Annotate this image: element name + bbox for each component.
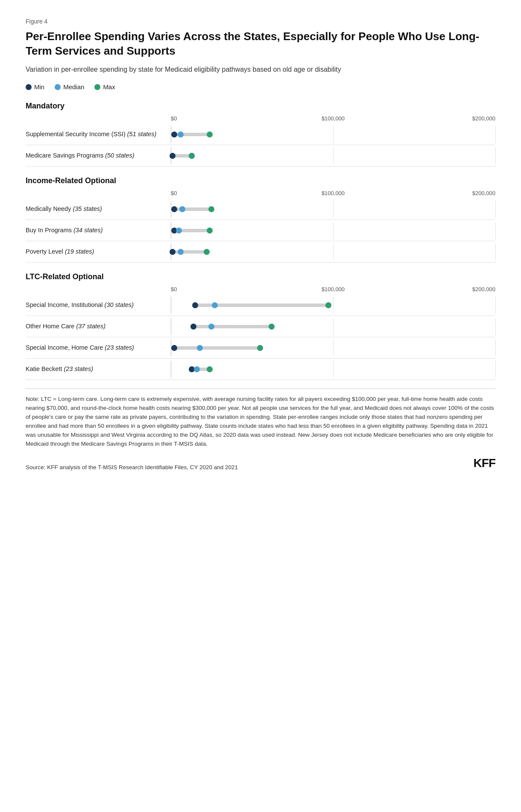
row-label: Medicare Savings Programs (50 states) bbox=[26, 152, 171, 160]
grid-line bbox=[333, 297, 334, 314]
figure-label: Figure 4 bbox=[26, 17, 495, 26]
max-dot bbox=[94, 84, 100, 90]
max-value-dot bbox=[207, 366, 213, 372]
axis-zero-line bbox=[171, 318, 171, 335]
chart-plot bbox=[171, 222, 495, 239]
min-value-dot bbox=[190, 324, 196, 330]
axis-label-1-0: $0 bbox=[171, 189, 177, 198]
min-value-dot bbox=[171, 345, 177, 351]
median-dot bbox=[55, 84, 61, 90]
note-text: Note: LTC = Long-term care. Long-term ca… bbox=[26, 395, 495, 449]
note-section: Note: LTC = Long-term care. Long-term ca… bbox=[26, 388, 495, 472]
source-row: Source: KFF analysis of the T-MSIS Resea… bbox=[26, 454, 495, 472]
chart-area-2: Special Income, Institutional (30 states… bbox=[26, 295, 495, 380]
axis-label-0-2: $200,000 bbox=[472, 114, 495, 123]
legend-median-label: Median bbox=[63, 82, 84, 92]
axis-row-0: $0$100,000$200,000 bbox=[26, 114, 495, 123]
table-row: Poverty Level (19 states) bbox=[26, 241, 495, 263]
table-row: Other Home Care (37 states) bbox=[26, 316, 495, 337]
max-value-dot bbox=[207, 228, 213, 234]
chart-plot bbox=[171, 243, 495, 260]
grid-line bbox=[333, 222, 334, 239]
table-row: Special Income, Institutional (30 states… bbox=[26, 295, 495, 316]
row-label: Katie Beckett (23 states) bbox=[26, 365, 171, 374]
legend-item-median: Median bbox=[55, 82, 84, 92]
section-title-1: Income-Related Optional bbox=[26, 175, 495, 187]
subtitle: Variation in per-enrollee spending by st… bbox=[26, 64, 495, 75]
row-label: Special Income, Home Care (23 states) bbox=[26, 344, 171, 352]
axis-label-1-1: $100,000 bbox=[322, 189, 345, 198]
table-row: Katie Beckett (23 states) bbox=[26, 359, 495, 380]
median-value-dot bbox=[208, 324, 214, 330]
chart-plot bbox=[171, 361, 495, 378]
grid-line bbox=[333, 126, 334, 143]
section-title-0: Mandatory bbox=[26, 100, 495, 112]
axis-zero-line bbox=[171, 297, 171, 314]
grid-line bbox=[495, 339, 496, 356]
legend: Min Median Max bbox=[26, 82, 495, 92]
table-row: Buy In Programs (34 states) bbox=[26, 220, 495, 241]
row-label: Medically Needy (35 states) bbox=[26, 205, 171, 213]
min-value-dot bbox=[192, 302, 198, 308]
axis-label-1-2: $200,000 bbox=[472, 189, 495, 198]
grid-line bbox=[333, 339, 334, 356]
source-text: Source: KFF analysis of the T-MSIS Resea… bbox=[26, 463, 238, 472]
max-value-dot bbox=[204, 249, 210, 255]
row-label: Buy In Programs (34 states) bbox=[26, 226, 171, 235]
grid-line bbox=[333, 361, 334, 378]
max-value-dot bbox=[269, 324, 275, 330]
axis-label-2-0: $0 bbox=[171, 285, 177, 294]
grid-line bbox=[495, 361, 496, 378]
grid-line bbox=[495, 126, 496, 143]
chart-plot bbox=[171, 126, 495, 143]
chart-area-1: Medically Needy (35 states)Buy In Progra… bbox=[26, 199, 495, 263]
row-label: Poverty Level (19 states) bbox=[26, 248, 171, 256]
chart-plot bbox=[171, 201, 495, 218]
legend-max-label: Max bbox=[103, 82, 115, 92]
axis-label-0-1: $100,000 bbox=[322, 114, 345, 123]
axis-label-2-2: $200,000 bbox=[472, 285, 495, 294]
median-value-dot bbox=[179, 206, 185, 212]
table-row: Medicare Savings Programs (50 states) bbox=[26, 145, 495, 166]
median-value-dot bbox=[178, 249, 184, 255]
range-track bbox=[193, 325, 271, 328]
min-dot bbox=[26, 84, 32, 90]
table-row: Special Income, Home Care (23 states) bbox=[26, 337, 495, 359]
chart-plot bbox=[171, 318, 495, 335]
min-value-dot bbox=[171, 131, 177, 137]
grid-line bbox=[333, 243, 334, 260]
main-title: Per-Enrollee Spending Varies Across the … bbox=[26, 29, 495, 58]
max-value-dot bbox=[208, 206, 214, 212]
charts-container: Mandatory$0$100,000$200,000Supplemental … bbox=[26, 100, 495, 380]
axis-label-2-1: $100,000 bbox=[322, 285, 345, 294]
grid-line bbox=[495, 201, 496, 218]
max-value-dot bbox=[189, 153, 195, 159]
min-value-dot bbox=[170, 249, 176, 255]
grid-line bbox=[495, 243, 496, 260]
median-value-dot bbox=[212, 302, 218, 308]
chart-area-0: Supplemental Security Income (SSI) (51 s… bbox=[26, 124, 495, 166]
axis-row-2: $0$100,000$200,000 bbox=[26, 285, 495, 294]
chart-plot bbox=[171, 297, 495, 314]
min-value-dot bbox=[170, 153, 176, 159]
grid-line bbox=[333, 147, 334, 164]
kff-logo: KFF bbox=[474, 454, 495, 472]
max-value-dot bbox=[325, 302, 331, 308]
axis-label-0-0: $0 bbox=[171, 114, 177, 123]
row-label: Other Home Care (37 states) bbox=[26, 322, 171, 331]
section-title-2: LTC-Related Optional bbox=[26, 271, 495, 283]
median-value-dot bbox=[197, 345, 203, 351]
median-value-dot bbox=[178, 131, 184, 137]
grid-line bbox=[495, 222, 496, 239]
row-label: Supplemental Security Income (SSI) (51 s… bbox=[26, 130, 171, 139]
median-value-dot bbox=[176, 228, 182, 234]
chart-plot bbox=[171, 147, 495, 164]
median-value-dot bbox=[194, 366, 200, 372]
legend-min-label: Min bbox=[34, 82, 44, 92]
axis-row-1: $0$100,000$200,000 bbox=[26, 189, 495, 198]
table-row: Supplemental Security Income (SSI) (51 s… bbox=[26, 124, 495, 145]
max-value-dot bbox=[257, 345, 263, 351]
grid-line bbox=[495, 297, 496, 314]
grid-line bbox=[333, 201, 334, 218]
grid-line bbox=[333, 318, 334, 335]
